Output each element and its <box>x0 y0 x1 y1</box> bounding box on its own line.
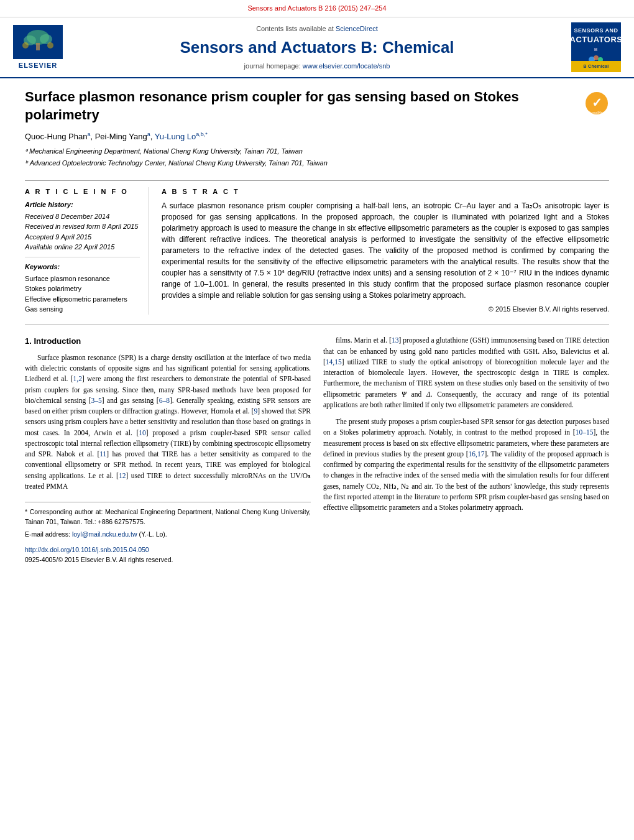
abstract-text: A surface plasmon resonance prism couple… <box>162 200 609 301</box>
sciencedirect-link[interactable]: ScienceDirect <box>336 25 378 32</box>
article-content: Surface plasmon resonance prism coupler … <box>0 78 634 575</box>
doi-link[interactable]: http://dx.doi.org/10.1016/j.snb.2015.04.… <box>25 546 149 553</box>
ref-6-8[interactable]: 6–8 <box>159 397 170 404</box>
affiliation-b: ᵇ Advanced Optoelectronic Technology Cen… <box>25 158 578 168</box>
ref-1-2[interactable]: 1,2 <box>73 375 82 382</box>
ref-10[interactable]: 10 <box>139 429 146 436</box>
ref-13[interactable]: 13 <box>392 336 399 344</box>
sensors-logo-bar: B Chemical <box>571 61 621 72</box>
issn-line: 0925-4005/© 2015 Elsevier B.V. All right… <box>25 556 173 563</box>
body-left-column: 1. Introduction Surface plasmon resonanc… <box>25 335 311 565</box>
article-title-wrapper: Surface plasmon resonance prism coupler … <box>25 88 578 174</box>
corresponding-author: Yu-Lung Lo <box>155 132 196 141</box>
ref-12[interactable]: 12 <box>119 472 126 479</box>
sensors-logo-box: SENSORS and ACTUATORS B B Chemical <box>568 22 624 72</box>
article-info-abstract: A R T I C L E I N F O Article history: R… <box>25 187 609 325</box>
available-date: Available online 22 April 2015 <box>25 242 140 252</box>
svg-point-5 <box>22 42 29 48</box>
keyword-4: Gas sensing <box>25 305 140 314</box>
article-info-column: A R T I C L E I N F O Article history: R… <box>25 187 149 315</box>
homepage-line: journal homepage: www.elsevier.com/locat… <box>244 62 390 71</box>
accepted-date: Accepted 9 April 2015 <box>25 233 140 242</box>
keyword-2: Stokes polarimetry <box>25 284 140 293</box>
ref-9[interactable]: 9 <box>254 407 257 415</box>
elsevier-logo-image <box>13 25 63 59</box>
journal-reference: Sensors and Actuators B 216 (2015) 247–2… <box>247 4 386 13</box>
email-footnote: E-mail address: loyl@mail.ncku.edu.tw (Y… <box>25 530 311 540</box>
contents-line: Contents lists available at ScienceDirec… <box>256 24 378 34</box>
homepage-link[interactable]: www.elsevier.com/locate/snb <box>303 62 390 70</box>
article-title-section: Surface plasmon resonance prism coupler … <box>25 88 609 181</box>
abstract-label: A B S T R A C T <box>162 187 609 196</box>
article-info-label: A R T I C L E I N F O <box>25 187 140 196</box>
footnotes: * Corresponding author at: Mechanical En… <box>25 502 311 539</box>
svg-text:CrossMark: CrossMark <box>587 111 606 114</box>
received-date: Received 8 December 2014 <box>25 212 140 221</box>
history-title: Article history: <box>25 200 140 210</box>
top-header: Sensors and Actuators B 216 (2015) 247–2… <box>0 0 634 17</box>
journal-title: Sensors and Actuators B: Chemical <box>180 36 454 58</box>
corresponding-footnote: * Corresponding author at: Mechanical En… <box>25 507 311 527</box>
page-wrapper: Sensors and Actuators B 216 (2015) 247–2… <box>0 0 634 840</box>
main-body: 1. Introduction Surface plasmon resonanc… <box>25 335 609 565</box>
svg-rect-4 <box>36 43 40 50</box>
authors-line: Quoc-Hung Phana, Pei-Ming Yanga, Yu-Lung… <box>25 131 578 143</box>
intro-heading: 1. Introduction <box>25 335 311 348</box>
crossmark-icon: ✓ CrossMark <box>584 91 609 116</box>
intro-paragraph-1: Surface plasmon resonance (SPR) is a cha… <box>25 353 311 492</box>
keyword-3: Effective ellipsometric parameters <box>25 295 140 304</box>
svg-text:✓: ✓ <box>592 96 602 109</box>
keywords-section: Keywords: Surface plasmon resonance Stok… <box>25 262 140 314</box>
email-link[interactable]: loyl@mail.ncku.edu.tw <box>72 530 137 538</box>
abstract-column: A B S T R A C T A surface plasmon resona… <box>162 187 609 315</box>
article-history: Article history: Received 8 December 201… <box>25 200 140 252</box>
keywords-title: Keywords: <box>25 262 140 272</box>
ref-16-17[interactable]: 16,17 <box>469 450 485 458</box>
ref-11[interactable]: 11 <box>99 450 106 458</box>
journal-center: Contents lists available at ScienceDirec… <box>72 22 562 72</box>
ref-10-15[interactable]: 10–15 <box>576 428 594 436</box>
elsevier-logo: ELSEVIER <box>10 22 66 72</box>
journal-header: ELSEVIER Contents lists available at Sci… <box>0 17 634 78</box>
elsevier-wordmark: ELSEVIER <box>19 61 57 70</box>
ref-14-15[interactable]: 14,15 <box>326 358 342 366</box>
ref-3-5[interactable]: 3–5 <box>91 397 102 404</box>
right-paragraph-2: The present study proposes a prism coupl… <box>323 417 609 513</box>
svg-point-6 <box>47 42 53 48</box>
revised-date: Received in revised form 8 April 2015 <box>25 222 140 231</box>
body-right-column: films. Marin et al. [13] proposed a glut… <box>323 335 609 565</box>
affiliation-a: ᵃ Mechanical Engineering Department, Nat… <box>25 146 578 157</box>
keyword-1: Surface plasmon resonance <box>25 274 140 284</box>
svg-point-9 <box>594 55 599 60</box>
article-title: Surface plasmon resonance prism coupler … <box>25 88 578 124</box>
affiliations: ᵃ Mechanical Engineering Department, Nat… <box>25 146 578 168</box>
copyright-line: © 2015 Elsevier B.V. All rights reserved… <box>162 305 609 314</box>
right-paragraph-1: films. Marin et al. [13] proposed a glut… <box>323 335 609 410</box>
footer-links: http://dx.doi.org/10.1016/j.snb.2015.04.… <box>25 545 311 565</box>
sensors-actuators-logo: SENSORS and ACTUATORS B B Chemical <box>571 22 621 72</box>
